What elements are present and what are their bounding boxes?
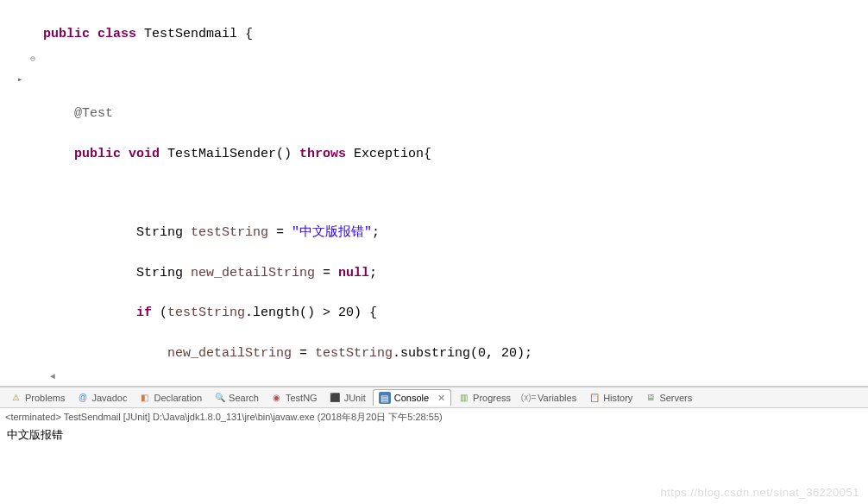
variable: new_detailString	[191, 266, 315, 280]
text: TestMailSender()	[160, 147, 299, 161]
editor-gutter: ⊖ ▸	[0, 0, 43, 386]
code-editor[interactable]: ⊖ ▸ public class TestSendmail { @Test pu…	[0, 0, 868, 387]
problems-icon: ⚠	[10, 392, 22, 403]
variable: testString	[315, 346, 393, 361]
tab-label: Console	[394, 393, 429, 403]
tab-declaration[interactable]: ◧Declaration	[134, 390, 207, 405]
tab-label: History	[603, 393, 632, 403]
text: TestSendmail {	[136, 27, 253, 41]
keyword: throws	[299, 147, 346, 161]
keyword: if	[136, 306, 152, 320]
text: Exception{	[346, 147, 431, 161]
text: ;	[369, 266, 377, 280]
text: .length() > 20) {	[245, 306, 377, 320]
tab-javadoc[interactable]: @Javadoc	[72, 390, 132, 405]
text: .substring(0, 20);	[393, 346, 532, 361]
console-output[interactable]: 中文版报错	[0, 425, 868, 477]
tab-label: Search	[229, 393, 259, 403]
progress-icon: ▥	[458, 392, 469, 403]
servers-icon: 🖥	[645, 392, 656, 403]
tab-variables[interactable]: (x)=Variables	[518, 390, 582, 405]
marker-icon: ▸	[17, 74, 22, 85]
tab-junit[interactable]: ⬛JUnit	[324, 390, 371, 405]
keyword: public	[43, 27, 90, 41]
code-content[interactable]: public class TestSendmail { @Test public…	[43, 0, 868, 386]
close-icon[interactable]: ✕	[437, 393, 445, 404]
tab-problems[interactable]: ⚠Problems	[5, 390, 70, 405]
tab-history[interactable]: 📋History	[583, 390, 638, 405]
text: =	[292, 346, 315, 361]
annotation: @Test	[74, 106, 113, 121]
tab-label: Variables	[538, 393, 576, 403]
tab-label: Servers	[659, 393, 692, 403]
text: ;	[372, 225, 380, 240]
history-icon: 📋	[588, 392, 600, 403]
javadoc-icon: @	[77, 392, 88, 403]
tab-search[interactable]: 🔍Search	[209, 390, 264, 405]
tab-testng[interactable]: ◉TestNG	[266, 390, 323, 405]
keyword: null	[338, 266, 369, 280]
tab-console[interactable]: ▤Console✕	[373, 389, 451, 406]
variable: new_detailString	[167, 346, 292, 361]
search-icon: 🔍	[214, 392, 225, 403]
tab-label: Javadoc	[91, 393, 127, 403]
console-status: <terminated> TestSendmail [JUnit] D:\Jav…	[0, 408, 868, 425]
declaration-icon: ◧	[139, 392, 150, 403]
tab-label: Progress	[473, 393, 511, 403]
string: "中文版报错"	[292, 225, 372, 240]
watermark: https://blog.csdn.net/sinat_36220051	[661, 486, 860, 499]
keyword: class	[97, 27, 136, 41]
variable: testString	[167, 306, 245, 320]
text: String	[136, 266, 191, 280]
variable: testString	[191, 225, 268, 240]
text: =	[268, 225, 292, 240]
tab-label: Declaration	[154, 393, 202, 403]
keyword: void	[129, 147, 160, 161]
tab-servers[interactable]: 🖥Servers	[639, 390, 697, 405]
text: String	[136, 225, 191, 240]
view-tabs: ⚠Problems @Javadoc ◧Declaration 🔍Search …	[0, 387, 868, 408]
text: =	[315, 266, 338, 280]
tab-label: TestNG	[286, 393, 318, 403]
tab-progress[interactable]: ▥Progress	[453, 390, 516, 405]
tab-label: Problems	[25, 393, 65, 403]
text: (	[152, 306, 167, 320]
collapse-icon[interactable]: ⊖	[30, 54, 35, 64]
testng-icon: ◉	[271, 392, 282, 403]
variables-icon: (x)=	[523, 392, 534, 403]
console-icon: ▤	[379, 392, 391, 404]
tab-label: JUnit	[344, 393, 366, 403]
keyword: public	[74, 147, 121, 161]
scroll-left-icon[interactable]: ◄	[50, 370, 55, 384]
junit-icon: ⬛	[330, 392, 341, 403]
